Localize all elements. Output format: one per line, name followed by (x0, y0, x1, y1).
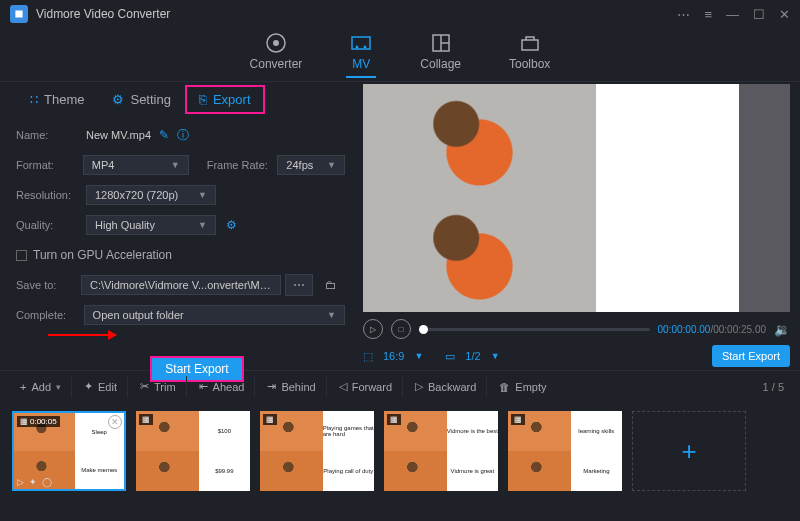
empty-button[interactable]: 🗑Empty (489, 377, 556, 397)
minimize-icon[interactable]: — (726, 7, 739, 22)
nav-collage-label: Collage (420, 57, 461, 71)
nav-converter[interactable]: Converter (250, 32, 303, 77)
thumbnail-strip: Sleep Make memes ▦ 0:00:05 ✕ ▷✦◯ $100 $9… (0, 402, 800, 500)
time-total: 00:00:25.00 (713, 324, 766, 335)
panel-tabs: ∷Theme ⚙Setting ⎘Export (0, 82, 361, 116)
complete-select[interactable]: Open output folder▼ (84, 305, 345, 325)
gear-icon: ⚙ (112, 92, 124, 107)
thumb-text: $100 (199, 411, 250, 451)
aspect-value[interactable]: 16:9 (383, 350, 404, 362)
seek-bar[interactable] (419, 328, 650, 331)
tab-setting[interactable]: ⚙Setting (98, 85, 184, 114)
edit-icon[interactable]: ✦ (29, 477, 37, 487)
nav-toolbox[interactable]: Toolbox (509, 32, 550, 77)
resolution-select[interactable]: 1280x720 (720p)▼ (86, 185, 216, 205)
remove-thumb-icon[interactable]: ✕ (108, 415, 122, 429)
scissors-icon: ✂ (140, 380, 149, 393)
clip-count: 1 / 5 (763, 381, 790, 393)
time-current: 00:00:00.00 (658, 324, 711, 335)
quality-settings-icon[interactable]: ⚙ (226, 218, 237, 232)
thumbnail-3[interactable]: Playing games that are hard Playing call… (260, 411, 374, 491)
tab-export[interactable]: ⎘Export (185, 85, 265, 114)
trim-label: Trim (154, 381, 176, 393)
time-display: 00:00:00.00/00:00:25.00 (658, 324, 766, 335)
play-icon[interactable]: ▷ (17, 477, 24, 487)
forward-button[interactable]: ◁Forward (329, 376, 403, 397)
chevron-down-icon: ▼ (327, 160, 336, 170)
thumb-text: Playing call of duty (323, 451, 374, 491)
window-controls: ⋯ ≡ — ☐ ✕ (677, 7, 790, 22)
trim-button[interactable]: ✂Trim (130, 376, 187, 397)
theme-icon: ∷ (30, 92, 38, 107)
feedback-icon[interactable]: ⋯ (677, 7, 690, 22)
thumb-img (384, 451, 447, 491)
start-export-label-2: Start Export (722, 350, 780, 362)
thumbnail-2[interactable]: $100 $99.99 ▦ (136, 411, 250, 491)
backward-label: Backward (428, 381, 476, 393)
export-form: Name: New MV.mp4 ✎ ⓘ Format: MP4▼ Frame … (0, 116, 361, 382)
thumb-text: Marketing (571, 451, 622, 491)
nav-converter-label: Converter (250, 57, 303, 71)
thumb-img (508, 451, 571, 491)
name-label: Name: (16, 129, 86, 141)
edit-button[interactable]: ✦Edit (74, 376, 128, 397)
format-select[interactable]: MP4▼ (83, 155, 189, 175)
ahead-button[interactable]: ⇤Ahead (189, 376, 256, 397)
behind-button[interactable]: ⇥Behind (257, 376, 326, 397)
backward-button[interactable]: ▷Backward (405, 376, 487, 397)
preview-content (363, 84, 739, 312)
nav-toolbox-label: Toolbox (509, 57, 550, 71)
framerate-label: Frame Rate: (207, 159, 278, 171)
tab-theme[interactable]: ∷Theme (16, 85, 98, 114)
maximize-icon[interactable]: ☐ (753, 7, 765, 22)
browse-button[interactable]: ⋯ (285, 274, 313, 296)
gpu-label: Turn on GPU Acceleration (33, 248, 172, 262)
thumbnail-1[interactable]: Sleep Make memes ▦ 0:00:05 ✕ ▷✦◯ (12, 411, 126, 491)
thumb-controls: ▷✦◯ (17, 477, 52, 487)
thumb-img (260, 451, 323, 491)
thumbnail-4[interactable]: Vidmore is the best Vidmore is great ▦ (384, 411, 498, 491)
add-button[interactable]: +Add ▾ (10, 377, 72, 397)
thumbnail-5[interactable]: learning skills Marketing ▦ (508, 411, 622, 491)
video-preview[interactable] (363, 84, 790, 312)
nav-collage[interactable]: Collage (420, 32, 461, 77)
image-badge: ▦ (263, 414, 277, 425)
chevron-down-icon[interactable]: ▼ (414, 351, 423, 361)
seek-handle[interactable] (419, 325, 428, 334)
complete-label: Complete: (16, 309, 84, 321)
add-thumbnail-button[interactable]: + (632, 411, 746, 491)
chevron-down-icon[interactable]: ▼ (491, 351, 500, 361)
nav-mv[interactable]: MV (350, 32, 372, 77)
aspect-icon[interactable]: ⬚ (363, 350, 373, 363)
format-label: Format: (16, 159, 83, 171)
info-icon[interactable]: ⓘ (177, 127, 189, 144)
toolbox-icon (519, 32, 541, 54)
trim-icon[interactable]: ◯ (42, 477, 52, 487)
page-value[interactable]: 1/2 (465, 350, 480, 362)
quality-value: High Quality (95, 219, 155, 231)
volume-icon[interactable]: 🔉 (774, 322, 790, 337)
plus-icon: + (20, 381, 26, 393)
close-icon[interactable]: ✕ (779, 7, 790, 22)
open-folder-icon[interactable]: 🗀 (317, 274, 345, 296)
quality-select[interactable]: High Quality▼ (86, 215, 216, 235)
framerate-select[interactable]: 24fps▼ (277, 155, 345, 175)
start-export-button-2[interactable]: Start Export (712, 345, 790, 367)
stop-button[interactable]: □ (391, 319, 411, 339)
meme-top-left (363, 84, 596, 198)
chevron-down-icon: ▾ (56, 382, 61, 392)
edit-name-icon[interactable]: ✎ (159, 128, 169, 142)
screen-icon[interactable]: ▭ (445, 350, 455, 363)
gpu-checkbox[interactable] (16, 250, 27, 261)
name-value: New MV.mp4 (86, 129, 151, 141)
svg-point-3 (356, 46, 359, 49)
play-button[interactable]: ▷ (363, 319, 383, 339)
chevron-down-icon: ▼ (171, 160, 180, 170)
ahead-label: Ahead (213, 381, 245, 393)
menu-icon[interactable]: ≡ (704, 7, 712, 22)
add-label: Add (31, 381, 51, 393)
thumb-text: Vidmore is the best (447, 411, 498, 451)
saveto-path: C:\Vidmore\Vidmore V...onverter\MV Expor… (81, 275, 281, 295)
chevron-down-icon: ▼ (198, 190, 207, 200)
app-logo-icon (10, 5, 28, 23)
